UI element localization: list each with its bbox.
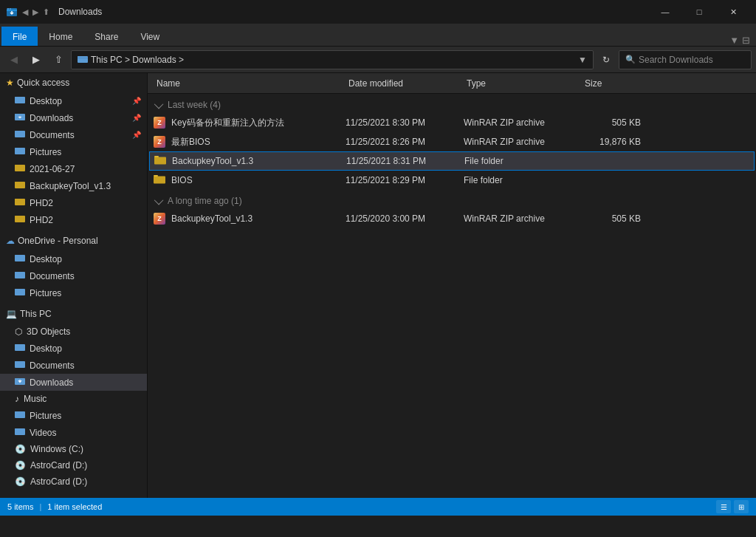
group-header-long-ago: A long time ago (1) [148,190,756,209]
sidebar-item-pictures-qa[interactable]: Pictures [0,143,147,160]
sidebar-item-documents-od[interactable]: Documents [0,267,147,284]
sidebar-item-windows-c[interactable]: 💿 Windows (C:) [0,441,147,457]
sidebar-item-label: Desktop [30,96,62,106]
status-bar-right: ☰ ⊞ [716,500,749,513]
status-bar: 5 items | 1 item selected ☰ ⊞ [0,498,756,516]
close-button[interactable]: ✕ [716,0,750,24]
folder-yellow-icon [15,180,25,191]
sidebar-item-desktop-pc[interactable]: Desktop [0,340,147,357]
title-text: Downloads [58,7,102,17]
tab-file[interactable]: File [1,27,38,46]
col-header-date[interactable]: Date modified [346,73,464,93]
minimize-button[interactable]: — [648,0,682,24]
pc-icon: 💻 [6,309,17,319]
refresh-button[interactable]: ↻ [597,50,616,69]
sidebar-item-astrocard-d2[interactable]: 💿 AstroCard (D:) [0,473,147,490]
folder-blue-icon [15,146,25,157]
view-details-button[interactable]: ☰ [716,500,731,513]
status-divider: | [39,502,41,511]
sidebar-item-3d-objects[interactable]: ⬡ 3D Objects [0,324,147,340]
drive-icon: 💿 [15,476,26,487]
sidebar-section-this-pc[interactable]: 💻 This PC [0,304,147,324]
sidebar-item-downloads-pc[interactable]: Downloads [0,374,147,391]
sidebar-item-label: Music [24,394,47,404]
sidebar-item-astrocard-d1[interactable]: 💿 AstroCard (D:) [0,457,147,473]
file-type: WinRAR ZIP archive [464,213,582,224]
sidebar-item-downloads-qa[interactable]: Downloads 📌 [0,109,147,126]
maximize-button[interactable]: □ [682,0,716,24]
svg-rect-10 [15,131,18,132]
file-row[interactable]: Z BackupkeyTool_v1.3 11/25/2020 3:00 PM … [148,209,756,228]
title-bar: ◀ ▶ ⬆ Downloads — □ ✕ [0,0,756,24]
folder-yellow-icon [15,197,25,208]
col-header-type[interactable]: Type [464,73,582,93]
group-header-last-week: Last week (4) [148,94,756,113]
file-area: Name Date modified Type Size Last week (… [148,73,756,498]
ribbon-tabs: File Home Share View ▼ ⊟ [0,24,756,46]
sidebar-item-backupkey-qa[interactable]: BackupkeyTool_v1.3 [0,177,147,194]
file-size: 505 KB [582,117,641,128]
selected-count: 1 item selected [47,502,102,511]
this-pc-label: This PC [20,309,52,319]
title-quick-access-2: ▶ [32,7,38,17]
sidebar-item-label: Downloads [30,113,73,123]
sidebar-item-documents-pc[interactable]: Documents [0,357,147,374]
cloud-icon: ☁ [6,236,15,246]
sidebar-item-label: 3D Objects [27,326,70,337]
tab-home[interactable]: Home [38,27,83,46]
sidebar-item-pictures-od[interactable]: Pictures [0,284,147,301]
up-button[interactable]: ⇧ [49,50,68,69]
tab-share[interactable]: Share [83,27,129,46]
pin-icon: 📌 [132,97,141,105]
sidebar-item-videos[interactable]: Videos [0,424,147,441]
sidebar-item-phd2-2[interactable]: PHD2 [0,211,147,228]
file-row[interactable]: Z Key码备份和重新注入的方法 11/25/2021 8:30 PM WinR… [148,113,756,132]
sidebar-item-label: BackupkeyTool_v1.3 [30,181,111,191]
sidebar-section-quick-access[interactable]: ★ Quick access [0,73,147,92]
item-count: 5 items [7,502,33,511]
svg-rect-36 [15,428,18,430]
address-bar[interactable]: This PC > Downloads > ▼ [71,50,594,69]
sidebar-item-desktop-qa[interactable]: Desktop 📌 [0,92,147,109]
file-list: Last week (4) Z Key码备份和重新注入的方法 11/25/202… [148,94,756,498]
folder-blue-icon [15,427,25,438]
folder-blue-icon [15,129,25,140]
file-size: 505 KB [582,213,641,224]
forward-button[interactable]: ▶ [27,50,46,69]
file-row-selected[interactable]: BackupkeyTool_v1.3 11/25/2021 8:31 PM Fi… [149,151,755,171]
view-large-icons-button[interactable]: ⊞ [734,500,749,513]
folder-yellow-icon [15,214,25,225]
tab-view[interactable]: View [129,27,171,46]
sidebar-item-label: 2021-06-27 [30,164,75,174]
col-header-size[interactable]: Size [582,73,641,93]
nav-bar: ◀ ▶ ⇧ This PC > Downloads > ▼ ↻ 🔍 Search… [0,47,756,73]
sidebar-item-label: Documents [30,271,75,281]
search-box[interactable]: 🔍 Search Downloads [619,50,752,69]
sidebar-item-pictures-pc[interactable]: Pictures [0,407,147,424]
sidebar-item-phd2-1[interactable]: PHD2 [0,194,147,211]
sidebar-item-desktop-od[interactable]: Desktop [0,250,147,267]
col-header-name[interactable]: Name [154,73,346,93]
sidebar-item-label: Pictures [30,147,61,157]
file-size: 19,876 KB [582,137,641,147]
folder-download-icon [15,112,25,123]
sidebar-item-label: Windows (C:) [30,444,83,454]
svg-rect-20 [15,216,18,217]
sidebar-item-label: Videos [30,428,56,438]
folder-blue-icon [15,410,25,421]
file-name-cell: Z Key码备份和重新注入的方法 [154,117,346,129]
back-button[interactable]: ◀ [4,50,24,69]
sidebar-item-2021[interactable]: 2021-06-27 [0,160,147,177]
file-row[interactable]: BIOS 11/25/2021 8:29 PM File folder [148,171,756,190]
sidebar: ★ Quick access Desktop 📌 Downloads 📌 Doc… [0,73,148,498]
pin-icon: 📌 [132,131,141,139]
file-date: 11/25/2020 3:00 PM [346,213,464,224]
sidebar-section-onedrive[interactable]: ☁ OneDrive - Personal [0,231,147,250]
sidebar-item-music[interactable]: ♪ Music [0,391,147,407]
svg-rect-30 [15,361,18,363]
file-row[interactable]: Z 最新BIOS 11/25/2021 8:26 PM WinRAR ZIP a… [148,132,756,151]
address-dropdown-icon[interactable]: ▼ [578,55,587,65]
svg-rect-18 [15,199,18,200]
sidebar-item-documents-qa[interactable]: Documents 📌 [0,126,147,143]
file-name: BIOS [171,175,193,185]
